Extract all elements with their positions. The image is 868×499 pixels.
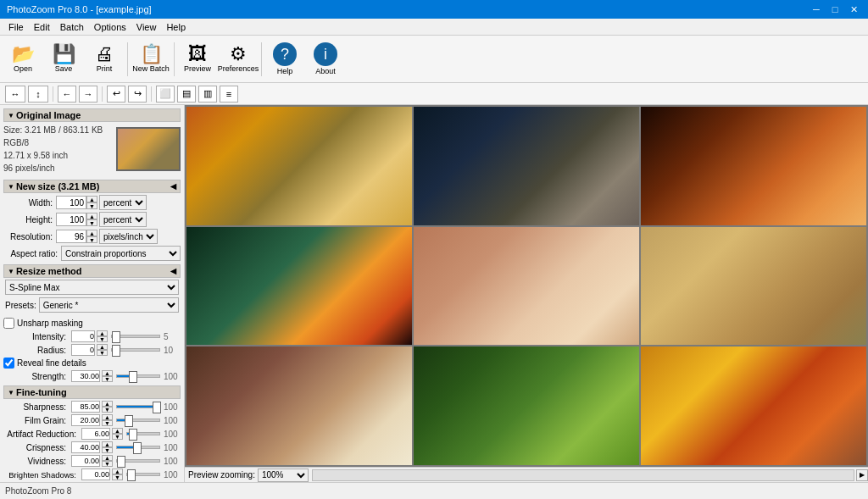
menu-edit[interactable]: Edit <box>29 21 55 33</box>
resolution-input[interactable] <box>56 230 86 243</box>
height-unit-select[interactable]: percent pixels <box>99 212 147 227</box>
print-button[interactable]: 🖨 Print <box>85 39 124 80</box>
crispness-input[interactable] <box>71 441 100 453</box>
save-icon: 💾 <box>53 45 75 64</box>
radius-down[interactable]: ▼ <box>97 350 108 356</box>
minimize-button[interactable]: ─ <box>809 2 824 17</box>
strength-up[interactable]: ▲ <box>102 370 113 376</box>
film-grain-input[interactable] <box>71 414 100 426</box>
vividness-down[interactable]: ▼ <box>102 461 113 467</box>
intensity-input[interactable] <box>71 330 95 342</box>
photo-fish <box>186 227 412 346</box>
strength-slider[interactable] <box>116 374 160 378</box>
menu-options[interactable]: Options <box>89 21 131 33</box>
crispness-slider[interactable] <box>116 446 160 449</box>
crispness-row: Crispness: ▲ ▼ 100 <box>3 441 181 453</box>
aspect-select[interactable]: Constrain proportions Free <box>61 246 181 261</box>
open-button[interactable]: 📂 Open <box>3 39 42 80</box>
brighten-shadows-slider[interactable] <box>126 473 160 476</box>
about-button[interactable]: i About <box>306 39 345 80</box>
artifact-reduction-input[interactable] <box>81 428 110 440</box>
preferences-button[interactable]: ⚙ Preferences <box>219 39 258 80</box>
tb2-btn-rotate-right[interactable]: ↪ <box>128 86 147 103</box>
reveal-fine-checkbox[interactable] <box>3 358 14 369</box>
resolution-up[interactable]: ▲ <box>86 230 97 236</box>
tb2-btn-fit[interactable]: ↔ <box>5 86 25 103</box>
radius-up[interactable]: ▲ <box>97 344 108 350</box>
vividness-input[interactable] <box>71 455 100 467</box>
artifact-reduction-down[interactable]: ▼ <box>112 434 123 440</box>
print-icon: 🖨 <box>95 45 114 64</box>
tb2-btn-view2[interactable]: ▤ <box>177 86 196 103</box>
height-input[interactable] <box>56 213 86 226</box>
zoom-select[interactable]: 100% 50% 200% Fit <box>258 469 309 482</box>
artifact-reduction-slider[interactable] <box>126 432 160 435</box>
sharpness-input[interactable] <box>71 401 100 413</box>
intensity-down[interactable]: ▼ <box>97 336 108 342</box>
width-up[interactable]: ▲ <box>86 196 97 202</box>
fine-tuning-header[interactable]: Fine-tuning <box>3 385 181 399</box>
unsharp-checkbox[interactable] <box>3 318 14 329</box>
new-batch-button[interactable]: 📋 New Batch <box>131 39 170 80</box>
brighten-shadows-up[interactable]: ▲ <box>112 469 123 474</box>
tb2-btn-arrow[interactable]: ← <box>58 86 76 103</box>
menu-help[interactable]: Help <box>161 21 191 33</box>
presets-select[interactable]: Generic * <box>39 297 179 313</box>
menu-file[interactable]: File <box>3 21 29 33</box>
radius-input[interactable] <box>71 344 95 356</box>
save-button[interactable]: 💾 Save <box>44 39 83 80</box>
dimensions-info: 12.71 x 9.58 inch <box>3 149 116 162</box>
menu-batch[interactable]: Batch <box>55 21 89 33</box>
maximize-button[interactable]: □ <box>827 2 843 17</box>
tb2-btn-fit-v[interactable]: ↕ <box>28 86 48 103</box>
width-unit-select[interactable]: percent pixels <box>99 195 147 210</box>
resize-method-header[interactable]: Resize method ◀ <box>3 264 181 278</box>
horizontal-scrollbar[interactable] <box>312 469 854 481</box>
new-size-header[interactable]: New size (3.21 MB) ◀ <box>3 180 181 193</box>
tb2-btn-view3[interactable]: ▥ <box>198 86 217 103</box>
sharpness-up[interactable]: ▲ <box>102 401 113 407</box>
scroll-right-btn[interactable]: ▶ <box>856 469 868 481</box>
open-icon: 📂 <box>12 45 35 64</box>
strength-input[interactable] <box>71 370 100 382</box>
width-spin: ▲ ▼ <box>86 196 97 209</box>
expand-icon: ◀ <box>170 182 176 191</box>
tb2-btn-arrow2[interactable]: → <box>79 86 97 103</box>
resolution-down[interactable]: ▼ <box>86 236 97 243</box>
height-down[interactable]: ▼ <box>86 219 97 226</box>
radius-slider[interactable] <box>111 348 160 352</box>
radius-label: Radius: <box>3 346 70 355</box>
crispness-up[interactable]: ▲ <box>102 441 113 447</box>
menu-view[interactable]: View <box>131 21 162 33</box>
unsharp-label: Unsharp masking <box>17 319 83 328</box>
film-grain-up[interactable]: ▲ <box>102 414 113 420</box>
tb2-sep-1 <box>53 86 53 102</box>
vividness-up[interactable]: ▲ <box>102 455 113 461</box>
close-button[interactable]: ✕ <box>846 2 861 17</box>
tb2-btn-rotate-left[interactable]: ↩ <box>107 86 125 103</box>
width-down[interactable]: ▼ <box>86 202 97 209</box>
original-image-header[interactable]: Original Image <box>3 108 181 122</box>
preview-button[interactable]: 🖼 Preview <box>178 39 217 80</box>
tb2-btn-view4[interactable]: ≡ <box>220 86 238 103</box>
artifact-reduction-up[interactable]: ▲ <box>112 428 123 434</box>
intensity-slider[interactable] <box>111 335 160 338</box>
tb2-btn-view1[interactable]: ⬜ <box>156 86 175 103</box>
height-up[interactable]: ▲ <box>86 213 97 219</box>
method-select[interactable]: S-Spline Max <box>5 280 179 295</box>
width-input[interactable] <box>56 196 86 209</box>
strength-down[interactable]: ▼ <box>102 376 113 382</box>
vividness-slider[interactable] <box>116 459 160 463</box>
film-grain-slider[interactable] <box>116 419 160 422</box>
resolution-unit-select[interactable]: pixels/inch pixels/cm <box>99 229 158 244</box>
radius-max: 10 <box>164 346 181 355</box>
film-grain-down[interactable]: ▼ <box>102 420 113 426</box>
crispness-down[interactable]: ▼ <box>102 447 113 453</box>
intensity-up[interactable]: ▲ <box>97 330 108 336</box>
brighten-shadows-input[interactable] <box>81 469 110 480</box>
thumbnail <box>116 127 181 171</box>
help-button[interactable]: ? Help <box>265 39 304 80</box>
sharpness-slider[interactable] <box>116 405 160 408</box>
sharpness-down[interactable]: ▼ <box>102 407 113 413</box>
brighten-shadows-down[interactable]: ▼ <box>112 474 123 480</box>
